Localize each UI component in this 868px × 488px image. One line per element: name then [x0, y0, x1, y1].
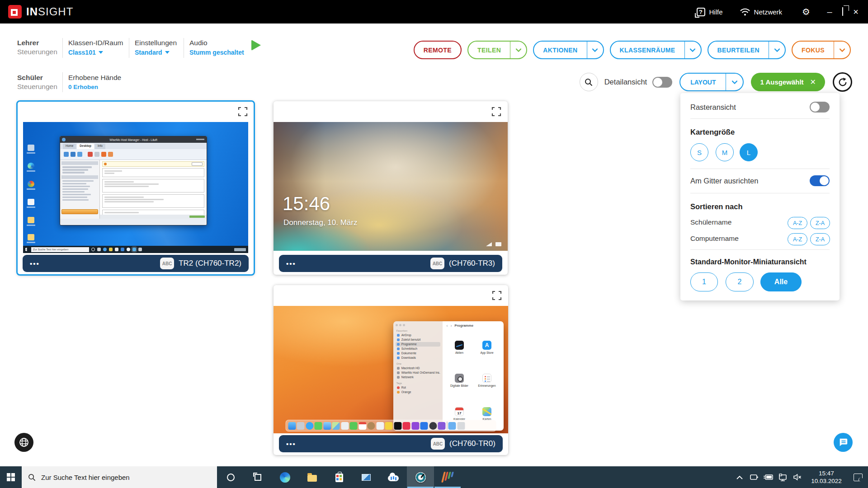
wisemo-cloud-button[interactable]	[380, 466, 407, 488]
refresh-button[interactable]	[833, 72, 852, 92]
fullscreen-icon	[491, 107, 501, 117]
windows-logo-icon	[7, 473, 15, 481]
monitor-all-button[interactable]: Alle	[760, 272, 802, 291]
language-globe-button[interactable]	[14, 433, 33, 452]
focus-button[interactable]: FOKUS	[792, 41, 851, 59]
store-icon	[335, 474, 343, 482]
screen-thumbnail-lockscreen: 15:46 Donnerstag, 10. März	[274, 122, 508, 251]
start-button[interactable]	[0, 466, 22, 488]
traffic-light-buttons	[396, 324, 441, 326]
chevron-down-icon[interactable]	[587, 42, 603, 58]
card-footer: ••• ABC TR2 (CH760-TR2)	[23, 255, 249, 272]
card-menu-button[interactable]: •••	[30, 260, 40, 267]
battery-icon[interactable]	[761, 474, 776, 480]
detail-view-toggle[interactable]	[652, 77, 672, 88]
grid-view-toggle[interactable]	[810, 102, 830, 113]
expand-button[interactable]	[238, 107, 248, 117]
action-center-button[interactable]	[848, 474, 868, 481]
student-name: (CH760-TR0)	[449, 439, 495, 448]
student-sort-za-button[interactable]: Z-A	[810, 217, 830, 229]
settings-gear-icon[interactable]: ⚙	[802, 7, 810, 16]
remote-button[interactable]: REMOTE	[414, 41, 462, 59]
finder-window: Favoriten AirDrop Zuletzt benutzt Progra…	[393, 321, 504, 431]
detail-view-label: Detailansicht	[604, 78, 647, 86]
expand-button[interactable]	[491, 107, 501, 117]
card-menu-button[interactable]: •••	[286, 260, 296, 267]
selection-count-pill[interactable]: 1 Ausgewählt ✕	[751, 73, 825, 91]
insight-app-window: INSIGHT ? Hilfe Netzwerk ⚙ – × Lehrer St…	[0, 0, 868, 488]
wisemo-host-window: WiseMo Host Manager - Host - Läuft Home …	[60, 136, 207, 225]
clear-selection-icon[interactable]: ✕	[810, 78, 816, 86]
abc-badge-icon: ABC	[160, 258, 174, 269]
taskbar-clock[interactable]: 15:47 10.03.2022	[805, 469, 848, 485]
layout-button[interactable]: LAYOUT	[679, 73, 744, 91]
notification-icon	[854, 474, 863, 481]
snap-to-grid-toggle[interactable]	[810, 175, 830, 186]
classrooms-button[interactable]: KLASSENRÄUME	[610, 41, 702, 59]
student-card-tr2[interactable]: WiseMo Host Manager - Host - Läuft Home …	[17, 101, 254, 275]
chevron-down-icon[interactable]	[684, 42, 701, 58]
edge-button[interactable]	[271, 466, 298, 488]
size-medium-button[interactable]: M	[716, 143, 734, 161]
wisemo-host-button[interactable]	[407, 466, 434, 488]
insight-app-button[interactable]	[434, 466, 461, 488]
audio-status[interactable]: Audio Stumm geschaltet	[189, 39, 244, 56]
grid-view-label: Rasteransicht	[690, 103, 736, 112]
computer-sort-az-button[interactable]: A-Z	[788, 233, 807, 245]
cortana-button[interactable]	[217, 466, 244, 488]
card-footer: ••• ABC (CH760-TR3)	[279, 255, 502, 272]
abc-badge-icon: ABC	[430, 258, 444, 269]
minimize-button[interactable]: –	[822, 7, 837, 17]
card-menu-button[interactable]: •••	[286, 440, 296, 448]
card-footer: ••• ABC (CH760-TR0)	[279, 435, 503, 452]
search-button[interactable]	[580, 73, 598, 91]
class-id-selector[interactable]: Klassen-ID/Raum Class101	[68, 39, 123, 56]
monitor-2-button[interactable]: 2	[726, 272, 754, 291]
wireless-display-icon[interactable]	[747, 474, 761, 481]
computer-sort-za-button[interactable]: Z-A	[810, 233, 830, 245]
sort-computer-name-label: Computername	[690, 235, 739, 243]
play-audio-button[interactable]	[251, 40, 261, 51]
help-button[interactable]: ? Hilfe	[697, 8, 723, 16]
divider	[129, 38, 129, 58]
lockscreen-time: 15:46	[283, 193, 330, 215]
student-card-tr0[interactable]: Favoriten AirDrop Zuletzt benutzt Progra…	[274, 285, 508, 455]
network-monitor-icon[interactable]	[776, 474, 790, 481]
abc-badge-icon: ABC	[431, 438, 445, 450]
expand-button[interactable]	[492, 291, 502, 300]
share-button[interactable]: TEILEN	[467, 41, 527, 59]
cortana-icon	[227, 474, 235, 481]
windows-taskbar: Zur Suche Text hier eingeben	[0, 466, 868, 488]
chevron-down-icon	[165, 51, 170, 54]
store-button[interactable]	[326, 466, 353, 488]
actions-button[interactable]: AKTIONEN	[533, 41, 604, 59]
chat-button[interactable]	[834, 433, 853, 452]
system-tray: 15:47 10.03.2022	[732, 466, 868, 488]
wisemo-icon	[415, 472, 426, 483]
close-button[interactable]: ×	[848, 7, 863, 17]
chevron-down-icon[interactable]	[726, 74, 743, 90]
divider	[62, 72, 63, 92]
app-title: INSIGHT	[26, 5, 73, 18]
size-large-button[interactable]: L	[740, 143, 758, 161]
tray-expand-button[interactable]	[732, 475, 747, 479]
student-card-tr3[interactable]: 15:46 Donnerstag, 10. März ••• ABC (CH76…	[274, 101, 508, 275]
chevron-down-icon[interactable]	[769, 42, 785, 58]
chevron-down-icon[interactable]	[510, 42, 526, 58]
taskbar-search-input[interactable]: Zur Suche Text hier eingeben	[22, 466, 217, 488]
size-small-button[interactable]: S	[690, 143, 708, 161]
network-button[interactable]: Netzwerk	[740, 8, 783, 16]
fullscreen-icon	[238, 107, 248, 117]
monitor-1-button[interactable]: 1	[690, 272, 718, 291]
task-view-button[interactable]	[244, 466, 271, 488]
volume-muted-icon[interactable]	[790, 474, 805, 481]
mail-button[interactable]	[353, 466, 380, 488]
settings-selector[interactable]: Einstellungen Standard	[135, 39, 177, 56]
student-sort-az-button[interactable]: A-Z	[788, 217, 807, 229]
chevron-down-icon[interactable]	[834, 42, 850, 58]
file-explorer-button[interactable]	[298, 466, 326, 488]
raised-hands-status[interactable]: Erhobene Hände 0 Erhoben	[68, 74, 121, 90]
assess-button[interactable]: BEURTEILEN	[708, 41, 786, 59]
restore-button[interactable]	[837, 8, 848, 16]
help-label: Hilfe	[709, 8, 723, 16]
